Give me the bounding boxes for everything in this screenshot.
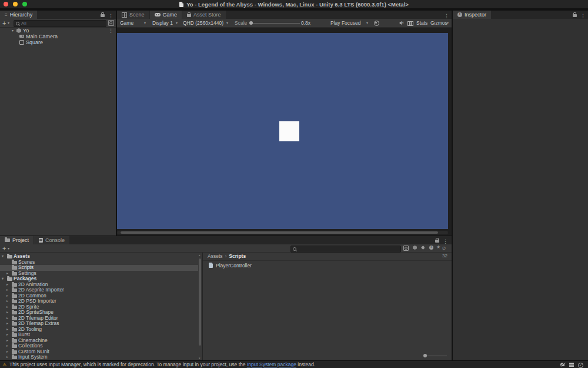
horizontal-scrollbar[interactable] (117, 231, 448, 234)
folder-caret-icon[interactable]: ▸ (6, 287, 8, 293)
scrollbar-down-arrow[interactable]: ▾ (199, 356, 201, 360)
hierarchy-item-label[interactable]: Main Camera (0, 34, 116, 39)
breadcrumb-current[interactable]: Scripts (229, 253, 246, 259)
view-mode-dropdown-arrow[interactable]: ▾ (144, 19, 146, 27)
folder-caret-icon[interactable]: ▸ (6, 304, 8, 310)
tab-inspector-label: Inspector (465, 12, 486, 18)
project-tree-scrollbar[interactable]: ▴ ▾ (198, 254, 202, 359)
resolution-dropdown-arrow[interactable]: ▾ (226, 19, 228, 27)
mute-audio-icon[interactable] (399, 21, 402, 25)
create-object-button[interactable]: + (2, 19, 6, 27)
search-by-type-icon[interactable] (403, 246, 409, 251)
folder-caret-icon[interactable]: ▾ (2, 276, 4, 282)
play-mode-dropdown[interactable]: Play Focused (330, 19, 361, 27)
folder-icon (12, 289, 17, 292)
folder-icon (12, 306, 17, 309)
view-tab[interactable]: Game (150, 11, 182, 19)
search-icon (16, 22, 19, 25)
label-tag-icon[interactable] (421, 246, 425, 250)
folder-caret-icon[interactable]: ▸ (6, 338, 8, 344)
folder-caret-icon[interactable]: ▸ (6, 310, 8, 316)
project-search[interactable] (290, 246, 401, 253)
asset-item[interactable]: PlayerController (209, 263, 252, 268)
folder-caret-icon[interactable]: ▸ (6, 327, 8, 333)
scrollbar-up-arrow[interactable]: ▴ (199, 253, 201, 257)
folder-caret-icon[interactable]: ▸ (6, 299, 8, 304)
notifications-muted-icon[interactable] (560, 363, 564, 366)
folder-caret-icon[interactable]: ▸ (6, 354, 8, 360)
game-viewport[interactable] (117, 33, 448, 229)
display-dropdown[interactable]: Display 1 (152, 19, 173, 27)
stats-button[interactable]: Stats (416, 19, 427, 27)
window-title: Yo - Legend of the Abyss - Windows, Mac,… (186, 1, 409, 8)
horizontal-scrollbar-thumb[interactable] (121, 231, 438, 234)
bottom-tab-icon (39, 238, 43, 243)
asset-item-label[interactable]: PlayerController (209, 263, 252, 268)
display-dropdown-arrow[interactable]: ▾ (176, 19, 178, 27)
hierarchy-row[interactable]: Square (0, 39, 116, 45)
favorites-star-icon[interactable] (436, 244, 440, 250)
background-tasks-done-icon[interactable] (578, 363, 583, 368)
hierarchy-item-label[interactable]: Square (0, 39, 116, 45)
view-tab[interactable]: Scene (117, 11, 149, 19)
create-asset-dropdown-arrow[interactable]: ▾ (8, 244, 9, 253)
object-type-icon (19, 40, 24, 45)
hierarchy-row[interactable]: ▾ Yo (0, 28, 116, 34)
vsync-icon[interactable] (407, 21, 413, 26)
bottom-tab[interactable]: Project (0, 236, 34, 244)
folder-caret-icon[interactable]: ▾ (2, 254, 4, 260)
status-bar: ⚠ This project uses Input Manager, which… (0, 360, 588, 368)
hierarchy-list-icon: ≡ (5, 12, 8, 18)
create-object-dropdown-arrow[interactable]: ▾ (8, 19, 9, 27)
play-mode-dropdown-arrow[interactable]: ▾ (366, 19, 368, 27)
breadcrumb-root[interactable]: Assets (208, 253, 223, 259)
folder-caret-icon[interactable]: ▸ (6, 293, 8, 299)
status-message[interactable]: This project uses Input Manager, which i… (9, 361, 315, 368)
folder-icon (12, 300, 17, 303)
hierarchy-search-input[interactable] (21, 21, 105, 25)
view-tab-icon (122, 12, 127, 18)
input-system-package-link[interactable]: Input System package (247, 362, 296, 367)
resolution-dropdown[interactable]: QHD (2560x1440) (183, 19, 223, 27)
inspector-icon (457, 12, 462, 17)
capture-icon[interactable] (374, 21, 379, 26)
folder-caret-icon[interactable]: ▸ (6, 282, 8, 288)
project-tabstrip: Project Console (0, 236, 452, 244)
thumbnail-size-slider[interactable] (423, 354, 447, 357)
inspector-lock-icon[interactable] (573, 14, 577, 17)
tab-inspector[interactable]: Inspector (453, 11, 491, 19)
folder-caret-icon[interactable]: ▸ (6, 332, 8, 338)
hierarchy-search[interactable] (14, 20, 106, 27)
scale-slider-track[interactable] (250, 23, 300, 24)
project-content-area: Assets›Scripts PlayerController (203, 253, 452, 360)
package-visibility-icon[interactable] (413, 246, 417, 250)
bottom-tab[interactable]: Console (34, 236, 69, 244)
expand-caret-icon[interactable]: ▾ (12, 28, 14, 34)
lock-icon[interactable] (101, 14, 105, 17)
folder-caret-icon[interactable]: ▸ (6, 321, 8, 327)
folder-caret-icon[interactable]: ▸ (6, 349, 8, 355)
view-tab[interactable]: Asset Store (182, 11, 226, 19)
gizmos-dropdown-arrow[interactable]: ▾ (447, 19, 449, 27)
view-mode-dropdown[interactable]: Game (120, 19, 133, 27)
thumbnail-slider-handle[interactable] (423, 354, 427, 357)
row-kebab-menu-icon[interactable] (108, 28, 113, 34)
folder-caret-icon[interactable]: ▸ (6, 271, 8, 277)
status-message-suffix: instead. (296, 362, 315, 367)
scrollbar-thumb[interactable] (199, 258, 201, 346)
folder-caret-icon[interactable]: ▸ (6, 343, 8, 349)
inspector-kebab-icon[interactable] (580, 9, 586, 20)
info-icon[interactable] (429, 246, 433, 250)
project-search-input[interactable] (298, 246, 399, 251)
create-asset-button[interactable]: + (2, 244, 6, 253)
scale-slider-handle[interactable] (249, 21, 253, 25)
gizmos-dropdown[interactable]: Gizmos (430, 19, 447, 27)
tab-hierarchy[interactable]: ≡ Hierarchy (0, 11, 37, 19)
console-log-icon[interactable] (569, 363, 574, 367)
search-filter-icon[interactable] (108, 20, 114, 26)
thumbnail-slider-track[interactable] (423, 356, 447, 356)
folder-caret-icon[interactable]: ▸ (6, 316, 8, 321)
title-bar: Yo - Legend of the Abyss - Windows, Mac,… (0, 0, 588, 8)
project-lock-icon[interactable] (435, 240, 439, 243)
hierarchy-row[interactable]: Main Camera (0, 34, 116, 39)
